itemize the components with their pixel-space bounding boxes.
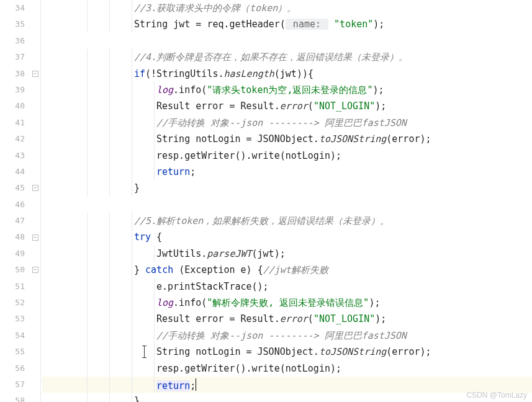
token: //3.获取请求头中的令牌（token）。 [134, 2, 296, 14]
code-line[interactable]: resp.getWriter().write(notLogin); [42, 360, 532, 377]
line-number: 44 [0, 164, 25, 180]
token: toJSONString [319, 346, 386, 357]
token [328, 19, 334, 30]
token: (error); [386, 346, 431, 357]
line-number: 40 [0, 98, 25, 114]
token: e.printStackTrace(); [156, 281, 269, 292]
code-line[interactable]: log.info("请求头token为空,返回未登录的信息"); [42, 82, 532, 98]
token: String notLogin = JSONObject. [156, 346, 319, 357]
token: ; [190, 380, 196, 391]
token: String notLogin = JSONObject. [156, 133, 319, 145]
line-number: 35 [0, 16, 25, 32]
token: .info( [173, 297, 207, 308]
token: parseJWT [207, 248, 251, 259]
token: //5.解析token，如果解析失败，返回错误结果（未登录）。 [134, 215, 389, 226]
token: } [134, 395, 140, 402]
token: "NOT_LOGIN" [313, 313, 375, 324]
code-line[interactable] [42, 33, 532, 49]
token: (!StringUtils. [145, 68, 223, 79]
fold-toggle-icon[interactable]: − [32, 234, 38, 241]
token: name: [286, 19, 328, 30]
line-number: 43 [0, 148, 25, 164]
line-number: 46 [0, 197, 25, 213]
line-number: 42 [0, 131, 25, 147]
line-number: 47 [0, 213, 25, 229]
code-line[interactable]: //5.解析token，如果解析失败，返回错误结果（未登录）。 [42, 213, 532, 229]
token: ( [308, 313, 313, 324]
token: resp.getWriter().write(notLogin); [156, 363, 341, 374]
fold-toggle-icon[interactable]: − [32, 71, 38, 77]
line-number-gutter: 3435363738394041424344454647484950515253… [0, 0, 34, 402]
fold-column[interactable]: −−−− [34, 0, 41, 402]
line-number: 48 [0, 229, 25, 245]
token: error [280, 313, 308, 324]
token: (jwt)){ [274, 68, 313, 79]
code-line[interactable]: e.printStackTrace(); [42, 279, 532, 295]
fold-toggle-icon[interactable]: − [32, 185, 38, 191]
line-number: 57 [0, 377, 25, 393]
code-line[interactable]: log.info("解析令牌失败, 返回未登录错误信息"); [42, 295, 532, 311]
token: Result error = Result. [156, 313, 280, 324]
code-line[interactable]: String jwt = req.getHeader( name: "token… [42, 16, 532, 32]
code-line[interactable]: return; [42, 377, 532, 393]
code-line[interactable]: Result error = Result.error("NOT_LOGIN")… [42, 98, 532, 114]
token: resp.getWriter().write(notLogin); [156, 150, 341, 161]
line-number: 50 [0, 262, 25, 278]
token: hasLength [224, 68, 274, 79]
token: ( [308, 100, 313, 112]
token: //手动转换 对象--json --------> 阿里巴巴fastJSON [156, 117, 407, 128]
token: "解析令牌失败, 返回未登录错误信息" [207, 297, 369, 308]
line-number: 37 [0, 49, 25, 65]
token: ); [373, 84, 384, 96]
code-line[interactable]: if(!StringUtils.hasLength(jwt)){ [42, 66, 532, 82]
code-line[interactable]: } catch (Exception e) {//jwt解析失败 [42, 262, 532, 278]
line-number: 58 [0, 393, 25, 402]
line-number: 51 [0, 279, 25, 295]
line-number: 38 [0, 66, 25, 82]
code-line[interactable]: JwtUtils.parseJWT(jwt); [42, 246, 532, 262]
token: String jwt = req.getHeader( [134, 19, 286, 30]
token: return [156, 166, 190, 177]
code-line[interactable]: resp.getWriter().write(notLogin); [42, 148, 532, 164]
token: "NOT_LOGIN" [313, 100, 375, 112]
code-line[interactable]: return; [42, 164, 532, 180]
fold-toggle-icon[interactable]: − [32, 267, 38, 273]
token: ); [375, 313, 386, 324]
code-line[interactable]: //3.获取请求头中的令牌（token）。 [42, 0, 532, 16]
line-number: 53 [0, 311, 25, 327]
code-line[interactable]: //手动转换 对象--json --------> 阿里巴巴fastJSON [42, 115, 532, 131]
token: ); [369, 297, 380, 308]
line-number: 36 [0, 33, 25, 49]
code-area[interactable]: //3.获取请求头中的令牌（token）。String jwt = req.ge… [41, 0, 532, 402]
code-line[interactable] [42, 197, 532, 213]
line-number: 56 [0, 360, 25, 377]
code-line[interactable]: //手动转换 对象--json --------> 阿里巴巴fastJSON [42, 328, 532, 344]
token: .info( [173, 84, 207, 96]
ibeam-cursor-icon [144, 346, 145, 357]
code-line[interactable]: Result error = Result.error("NOT_LOGIN")… [42, 311, 532, 327]
code-line[interactable]: try { [42, 229, 532, 245]
code-editor[interactable]: 3435363738394041424344454647484950515253… [0, 0, 532, 402]
token: error [280, 100, 308, 112]
code-line[interactable]: String notLogin = JSONObject.toJSONStrin… [42, 344, 532, 360]
line-number: 41 [0, 115, 25, 131]
line-number: 55 [0, 344, 25, 360]
line-number: 52 [0, 295, 25, 311]
code-line[interactable]: String notLogin = JSONObject.toJSONStrin… [42, 131, 532, 147]
code-line[interactable]: } [42, 393, 532, 402]
token: (Exception e) { [173, 264, 263, 275]
token: JwtUtils. [156, 248, 207, 259]
token: "请求头token为空,返回未登录的信息" [207, 84, 372, 96]
line-number: 39 [0, 82, 25, 98]
code-line[interactable]: } [42, 180, 532, 196]
line-number: 45 [0, 180, 25, 196]
code-line[interactable]: //4.判断令牌是否存在，如果不存在，返回错误结果（未登录）。 [42, 49, 532, 65]
text-caret [196, 378, 196, 391]
token: ; [190, 166, 196, 177]
token: //4.判断令牌是否存在，如果不存在，返回错误结果（未登录）。 [134, 51, 408, 63]
token: { [151, 231, 162, 243]
token: log [156, 84, 173, 96]
token: toJSONString [319, 133, 386, 145]
token: (jwt); [252, 248, 286, 259]
token: if [134, 68, 145, 79]
